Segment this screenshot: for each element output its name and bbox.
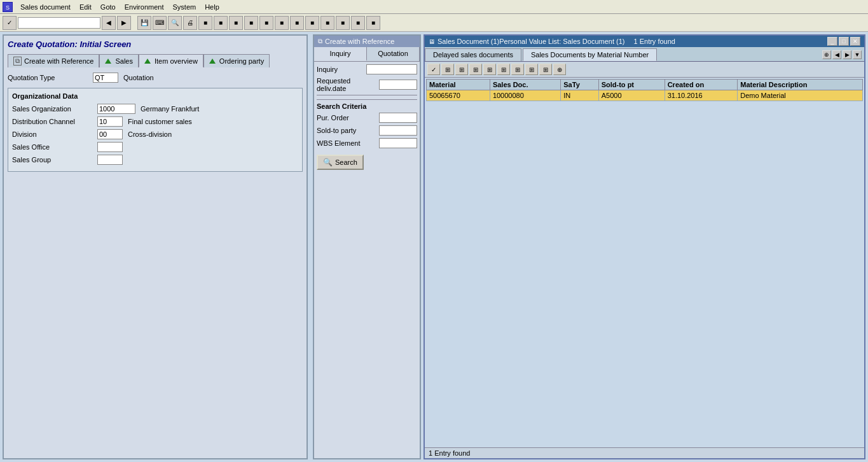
cell-sales-doc: 10000080 (490, 90, 560, 101)
btn2[interactable]: ■ (214, 16, 228, 30)
menu-sales-document[interactable]: Sales document (20, 3, 71, 11)
sales-org-desc: Germany Frankfurt (141, 105, 199, 113)
tab-item-overview[interactable]: Item overview (139, 54, 203, 67)
wbs-element-input[interactable] (379, 138, 417, 148)
rt-check-btn[interactable]: ✓ (427, 64, 440, 75)
rt-btn8[interactable]: ⊞ (539, 64, 552, 75)
dist-channel-label: Distribution Channel (12, 118, 95, 125)
rt-btn7[interactable]: ⊞ (525, 64, 538, 75)
item-overview-icon (144, 59, 151, 64)
search-button[interactable]: 🔍 Search (317, 155, 364, 170)
middle-panel-header: ⧉ Create with Reference (314, 36, 420, 47)
sales-office-row: Sales Office (12, 142, 298, 152)
reference-tabs: Inquiry Quotation (314, 47, 420, 62)
back-btn[interactable]: ◀ (102, 16, 116, 30)
menu-goto[interactable]: Goto (100, 3, 116, 11)
division-desc: Cross-division (128, 130, 172, 138)
tab-ordering-party[interactable]: Ordering party (203, 54, 270, 67)
dist-channel-input[interactable] (97, 116, 123, 127)
sales-org-input[interactable] (97, 104, 135, 114)
sold-to-party-input[interactable] (379, 125, 417, 136)
app-icon: S (3, 2, 13, 12)
separator (317, 95, 417, 95)
find-btn[interactable]: 🔍 (168, 16, 182, 30)
restore-btn[interactable]: □ (839, 37, 849, 46)
rt-btn6[interactable]: ⊞ (511, 64, 524, 75)
tab-create-with-reference[interactable]: ⧉ Create with Reference (8, 54, 99, 67)
entry-count-badge: 1 Entry found (634, 38, 675, 45)
tab-sales[interactable]: Sales (99, 54, 139, 67)
btn3[interactable]: ■ (229, 16, 243, 30)
btn8[interactable]: ■ (305, 16, 319, 30)
sold-to-party-row: Sold-to party (317, 125, 417, 136)
sales-office-input[interactable] (97, 142, 123, 152)
rt-btn2[interactable]: ⊞ (455, 64, 468, 75)
toolbar: ✓ ◀ ▶ 💾 ⌨ 🔍 🖨 ■ ■ ■ ■ ■ ■ ■ ■ ■ ■ ■ ■ (0, 14, 868, 32)
req-deliv-input[interactable] (379, 80, 417, 90)
ref-tab-inquiry[interactable]: Inquiry (314, 47, 367, 61)
entry-found-bar: 1 Entry found (425, 447, 864, 458)
menu-system[interactable]: System (172, 3, 196, 11)
menu-environment[interactable]: Environment (125, 3, 164, 11)
menu-help[interactable]: Help (205, 3, 219, 11)
rt-btn3[interactable]: ⊞ (469, 64, 482, 75)
print-btn[interactable]: 🖨 (183, 16, 197, 30)
col-sold-to: Sold-to pt (598, 80, 665, 90)
shortcut-btn[interactable]: ⌨ (153, 16, 167, 30)
right-panel-title-group: 🖥 Sales Document (1)Personal Value List:… (429, 38, 675, 45)
left-panel: Create Quotation: Initial Screen ⧉ Creat… (3, 34, 308, 459)
tab-label-item-overview: Item overview (155, 57, 198, 65)
req-deliv-row: Requested deliv.date (317, 77, 417, 92)
col-material-desc: Material Description (738, 80, 863, 90)
btn11[interactable]: ■ (351, 16, 365, 30)
dist-channel-row: Distribution Channel Final customer sale… (12, 116, 298, 127)
btn12[interactable]: ■ (366, 16, 380, 30)
sales-office-label: Sales Office (12, 143, 95, 151)
forward-btn[interactable]: ▶ (117, 16, 131, 30)
close-btn[interactable]: ✕ (850, 37, 860, 46)
tab-scroll-left[interactable]: ◀ (832, 50, 841, 59)
tab-scroll-right[interactable]: ▶ (843, 50, 851, 59)
btn1[interactable]: ■ (198, 16, 212, 30)
rt-btn1[interactable]: ⊞ (441, 64, 454, 75)
menu-edit[interactable]: Edit (79, 3, 92, 11)
cell-sold-to: A5000 (598, 90, 665, 101)
sales-org-row: Sales Organization Germany Frankfurt (12, 104, 298, 114)
btn10[interactable]: ■ (336, 16, 350, 30)
req-deliv-label: Requested deliv.date (317, 77, 378, 92)
sales-org-label: Sales Organization (12, 105, 95, 113)
rt-btn5[interactable]: ⊞ (497, 64, 510, 75)
tab-delayed-sales[interactable]: Delayed sales documents (425, 48, 521, 61)
division-row: Division Cross-division (12, 129, 298, 139)
division-label: Division (12, 130, 95, 138)
btn9[interactable]: ■ (320, 16, 334, 30)
save-btn[interactable]: 💾 (137, 16, 151, 30)
quotation-type-input[interactable] (93, 73, 118, 83)
tab-scroll-expand[interactable]: ⊕ (822, 50, 831, 59)
btn4[interactable]: ■ (244, 16, 258, 30)
rt-btn9[interactable]: ⊕ (553, 64, 566, 75)
table-row[interactable]: 50065670 10000080 IN A5000 31.10.2016 De… (427, 90, 863, 101)
col-sales-doc: Sales Doc. (490, 80, 560, 90)
command-input[interactable] (18, 17, 100, 29)
rt-btn4[interactable]: ⊞ (483, 64, 496, 75)
ref-tab-quotation[interactable]: Quotation (367, 47, 420, 61)
pur-order-input[interactable] (379, 113, 417, 123)
tab-scroll-menu[interactable]: ▼ (853, 50, 862, 59)
sales-tab-icon (105, 59, 111, 64)
btn6[interactable]: ■ (275, 16, 289, 30)
table-container: Material Sales Doc. SaTy Sold-to pt Crea… (425, 78, 864, 447)
division-input[interactable] (97, 129, 123, 139)
menu-items: Sales document Edit Goto Environment Sys… (20, 3, 219, 11)
sales-group-input[interactable] (97, 155, 123, 165)
wbs-element-label: WBS Element (317, 139, 378, 147)
inquiry-row: Inquiry (317, 64, 417, 74)
btn7[interactable]: ■ (290, 16, 304, 30)
wbs-element-row: WBS Element (317, 138, 417, 148)
check-btn[interactable]: ✓ (3, 16, 17, 30)
tab-sales-by-material[interactable]: Sales Documents by Material Number (523, 48, 657, 61)
col-material: Material (427, 80, 490, 90)
minimize-btn[interactable]: _ (827, 37, 837, 46)
inquiry-input[interactable] (366, 64, 417, 74)
btn5[interactable]: ■ (259, 16, 273, 30)
